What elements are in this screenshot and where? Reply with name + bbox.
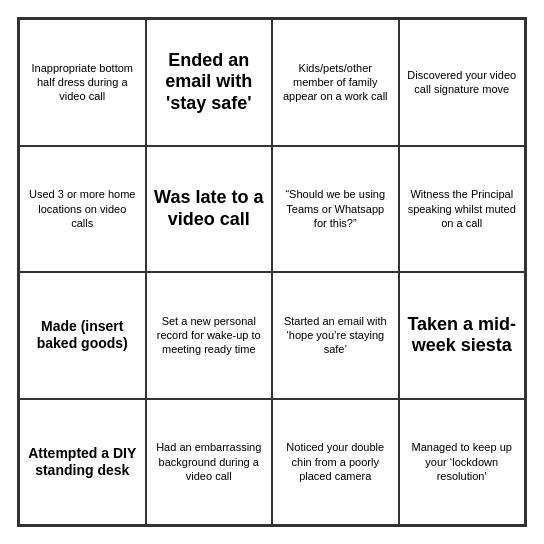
bingo-cell-8: Made (insert baked goods) — [19, 272, 146, 399]
bingo-card: Inappropriate bottom half dress during a… — [17, 17, 527, 527]
bingo-cell-13: Had an embarrassing background during a … — [146, 399, 273, 526]
bingo-cell-7: Witness the Principal speaking whilst mu… — [399, 146, 526, 273]
bingo-cell-0: Inappropriate bottom half dress during a… — [19, 19, 146, 146]
bingo-cell-2: Kids/pets/other member of family appear … — [272, 19, 399, 146]
bingo-cell-11: Taken a mid-week siesta — [399, 272, 526, 399]
bingo-cell-15: Managed to keep up your ‘lockdown resolu… — [399, 399, 526, 526]
bingo-cell-3: Discovered your video call signature mov… — [399, 19, 526, 146]
bingo-cell-9: Set a new personal record for wake-up to… — [146, 272, 273, 399]
bingo-cell-14: Noticed your double chin from a poorly p… — [272, 399, 399, 526]
bingo-cell-4: Used 3 or more home locations on video c… — [19, 146, 146, 273]
bingo-cell-5: Was late to a video call — [146, 146, 273, 273]
bingo-cell-6: “Should we be using Teams or Whatsapp fo… — [272, 146, 399, 273]
bingo-cell-10: Started an email with ‘hope you’re stayi… — [272, 272, 399, 399]
bingo-cell-1: Ended an email with 'stay safe' — [146, 19, 273, 146]
bingo-cell-12: Attempted a DIY standing desk — [19, 399, 146, 526]
